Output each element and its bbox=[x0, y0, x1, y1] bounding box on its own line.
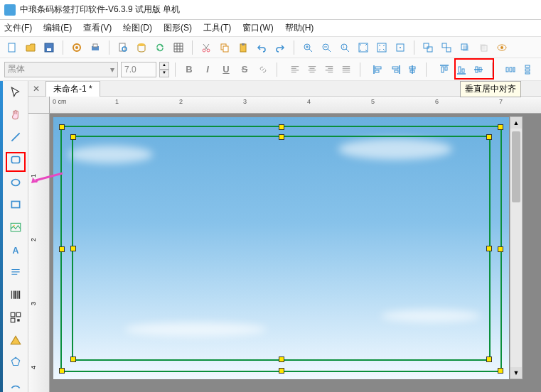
image-tool-icon[interactable] bbox=[7, 219, 24, 236]
menu-tool[interactable]: 工具(T) bbox=[203, 22, 231, 34]
svg-rect-37 bbox=[395, 70, 398, 72]
menu-window[interactable]: 窗口(W) bbox=[242, 22, 273, 34]
group-icon[interactable] bbox=[420, 40, 436, 55]
ungroup-icon[interactable] bbox=[439, 40, 454, 55]
svg-rect-60 bbox=[11, 318, 15, 322]
sync-icon[interactable] bbox=[152, 40, 168, 55]
redo-icon[interactable] bbox=[272, 40, 288, 55]
obj-align-top-icon[interactable] bbox=[436, 62, 452, 77]
align-right-icon[interactable] bbox=[321, 62, 337, 77]
svg-rect-0 bbox=[9, 43, 15, 52]
obj-align-bottom-icon[interactable] bbox=[454, 62, 469, 77]
ellipse-tool-icon[interactable] bbox=[7, 174, 24, 191]
rect-tool-icon[interactable] bbox=[7, 197, 24, 214]
tooltip: 垂直居中对齐 bbox=[460, 81, 521, 97]
menu-help[interactable]: 帮助(H) bbox=[285, 22, 314, 34]
align-justify-icon[interactable] bbox=[338, 62, 354, 77]
zoom-reset-icon[interactable]: 1 bbox=[337, 40, 353, 55]
align-left-icon[interactable] bbox=[287, 62, 303, 77]
polygon-tool-icon[interactable] bbox=[7, 354, 24, 371]
actual-size-icon[interactable] bbox=[392, 40, 408, 55]
database-icon[interactable] bbox=[134, 40, 149, 55]
select-tool-icon[interactable] bbox=[7, 84, 24, 101]
svg-rect-13 bbox=[223, 46, 228, 52]
svg-rect-21 bbox=[377, 43, 386, 52]
visibility-icon[interactable] bbox=[494, 40, 510, 55]
document-tab[interactable]: 未命名-1 * bbox=[45, 81, 100, 97]
align-center-icon[interactable] bbox=[304, 62, 320, 77]
distribute-h-icon[interactable] bbox=[503, 62, 518, 77]
svg-rect-40 bbox=[441, 67, 444, 72]
preview-icon[interactable] bbox=[115, 40, 131, 55]
rounded-rect-tool-icon[interactable] bbox=[7, 151, 24, 168]
obj-align-left-icon[interactable] bbox=[370, 62, 386, 77]
svg-rect-49 bbox=[525, 65, 530, 67]
svg-rect-52 bbox=[11, 157, 19, 163]
app-title: 中琅条码标签打印软件-V6.3.9 试用版 单机 bbox=[20, 4, 180, 16]
save-icon[interactable] bbox=[41, 40, 57, 55]
undo-icon[interactable] bbox=[254, 40, 269, 55]
svg-rect-24 bbox=[424, 43, 429, 48]
distribute-v-icon[interactable] bbox=[520, 62, 535, 77]
svg-rect-59 bbox=[16, 312, 21, 317]
obj-align-vcenter-icon[interactable] bbox=[471, 62, 486, 77]
arc-tool-icon[interactable] bbox=[7, 376, 24, 392]
svg-rect-42 bbox=[459, 67, 461, 72]
label-page[interactable] bbox=[53, 117, 509, 379]
vertical-scrollbar[interactable]: ▲ ▼ bbox=[510, 116, 523, 379]
menu-view[interactable]: 查看(V) bbox=[83, 22, 112, 34]
new-icon[interactable] bbox=[4, 40, 20, 55]
svg-rect-30 bbox=[480, 44, 486, 50]
triangle-tool-icon[interactable] bbox=[7, 332, 24, 349]
cut-icon[interactable] bbox=[198, 40, 214, 55]
open-icon[interactable] bbox=[23, 40, 38, 55]
send-back-icon[interactable] bbox=[476, 40, 491, 55]
svg-rect-46 bbox=[506, 67, 508, 72]
hand-tool-icon[interactable] bbox=[7, 107, 24, 124]
grid-icon[interactable] bbox=[171, 40, 186, 55]
menu-draw[interactable]: 绘图(D) bbox=[123, 22, 152, 34]
underline-button[interactable]: U bbox=[218, 62, 234, 77]
obj-align-right-icon[interactable] bbox=[387, 62, 403, 77]
text-tool-icon[interactable]: A bbox=[7, 241, 24, 258]
svg-rect-61 bbox=[17, 319, 19, 321]
svg-rect-47 bbox=[510, 67, 512, 72]
menu-file[interactable]: 文件(F) bbox=[4, 22, 32, 34]
zoom-in-icon[interactable] bbox=[300, 40, 316, 55]
zoom-out-icon[interactable] bbox=[318, 40, 334, 55]
svg-text:A: A bbox=[12, 245, 18, 255]
print-icon[interactable] bbox=[87, 40, 103, 55]
menu-shape[interactable]: 图形(S) bbox=[164, 22, 192, 34]
selected-rect-inner[interactable] bbox=[72, 136, 491, 361]
svg-point-9 bbox=[138, 43, 145, 46]
line-tool-icon[interactable] bbox=[7, 129, 24, 146]
svg-rect-48 bbox=[513, 67, 515, 72]
menu-edit[interactable]: 编辑(E) bbox=[43, 22, 72, 34]
format-bar: 黑体 ▾ 7.0 ▲▼ B I U S bbox=[0, 58, 541, 81]
paste-icon[interactable] bbox=[235, 40, 251, 55]
link-icon[interactable] bbox=[255, 62, 271, 77]
fit-page-icon[interactable] bbox=[374, 40, 390, 55]
bold-button[interactable]: B bbox=[181, 62, 197, 77]
close-tab-icon[interactable]: ✕ bbox=[31, 84, 41, 94]
font-select[interactable]: 黑体 ▾ bbox=[4, 62, 118, 77]
svg-rect-54 bbox=[11, 202, 19, 208]
richtext-tool-icon[interactable] bbox=[7, 264, 24, 281]
title-bar: 中琅条码标签打印软件-V6.3.9 试用版 单机 bbox=[0, 0, 541, 20]
svg-rect-25 bbox=[427, 47, 432, 52]
svg-point-23 bbox=[400, 47, 401, 48]
svg-rect-6 bbox=[93, 44, 97, 47]
bring-front-icon[interactable] bbox=[457, 40, 473, 55]
qrcode-tool-icon[interactable] bbox=[7, 309, 24, 326]
italic-button[interactable]: I bbox=[200, 62, 215, 77]
strike-button[interactable]: S bbox=[237, 62, 252, 77]
copy-icon[interactable] bbox=[217, 40, 232, 55]
barcode-tool-icon[interactable] bbox=[7, 286, 24, 303]
canvas[interactable]: ▲ ▼ bbox=[50, 114, 541, 392]
svg-rect-36 bbox=[392, 67, 398, 69]
size-spinner[interactable]: ▲▼ bbox=[159, 62, 169, 77]
fit-window-icon[interactable] bbox=[355, 40, 371, 55]
settings-icon[interactable] bbox=[69, 40, 85, 55]
obj-align-hcenter-icon[interactable] bbox=[405, 62, 420, 77]
font-size-input[interactable]: 7.0 bbox=[121, 62, 156, 77]
